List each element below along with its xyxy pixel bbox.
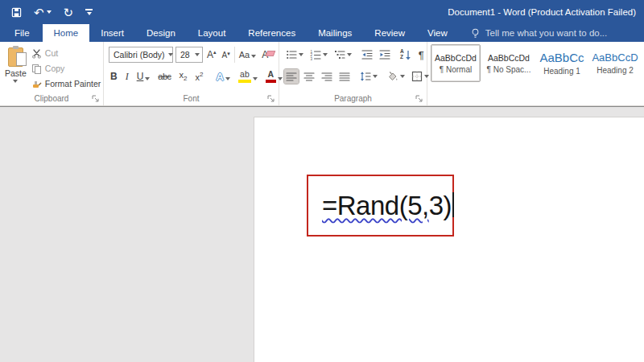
window-title: Document1 - Word (Product Activation Fai… bbox=[448, 0, 636, 24]
numbering-caret-icon[interactable] bbox=[323, 53, 328, 56]
paragraph-dialog-launcher-icon[interactable] bbox=[415, 95, 423, 103]
save-button[interactable] bbox=[11, 7, 22, 18]
grow-font-button[interactable]: A▴ bbox=[205, 48, 218, 61]
font-name-combobox[interactable]: Calibri (Body) bbox=[109, 47, 173, 63]
tell-me-box[interactable]: Tell me what you want to do... bbox=[470, 24, 608, 42]
font-group: Calibri (Body) 28 A▴ A▾ Aa bbox=[104, 42, 279, 105]
tab-layout[interactable]: Layout bbox=[187, 24, 237, 42]
clear-formatting-glyph: A bbox=[262, 49, 268, 60]
cut-button[interactable]: Cut bbox=[31, 47, 101, 60]
undo-dropdown-caret-icon[interactable] bbox=[47, 10, 52, 14]
style-normal[interactable]: AaBbCcDd ¶ Normal bbox=[431, 44, 481, 82]
redo-icon: ↻ bbox=[64, 6, 74, 19]
line-spacing-button[interactable] bbox=[358, 69, 379, 84]
shading-caret-icon[interactable] bbox=[400, 75, 405, 78]
multilevel-list-icon bbox=[334, 49, 345, 60]
change-case-button[interactable]: Aa bbox=[237, 49, 258, 60]
tab-mailings[interactable]: Mailings bbox=[307, 24, 363, 42]
document-text[interactable]: =Rand(5,3) bbox=[322, 191, 454, 221]
paste-button[interactable]: Paste bbox=[5, 45, 27, 92]
tab-home[interactable]: Home bbox=[43, 24, 90, 42]
undo-button[interactable]: ↶ bbox=[34, 6, 52, 19]
style-heading-1[interactable]: AaBbCc Heading 1 bbox=[537, 44, 587, 82]
subscript-glyph: x2 bbox=[180, 70, 188, 82]
underline-button[interactable]: U bbox=[135, 70, 152, 83]
sort-button[interactable]: A Z bbox=[398, 47, 413, 62]
copy-button[interactable]: Copy bbox=[31, 62, 101, 75]
redo-button[interactable]: ↻ bbox=[64, 6, 74, 19]
bullets-caret-icon[interactable] bbox=[299, 53, 303, 56]
tab-insert[interactable]: Insert bbox=[89, 24, 135, 42]
customize-caret-icon bbox=[87, 12, 92, 15]
justify-button[interactable] bbox=[337, 69, 352, 84]
tab-references[interactable]: References bbox=[237, 24, 307, 42]
align-center-icon bbox=[303, 71, 315, 82]
style-preview: AaBbCcDd bbox=[488, 53, 530, 63]
shrink-font-button[interactable]: A▾ bbox=[221, 50, 232, 60]
font-color-icon: A bbox=[266, 70, 276, 83]
style-preview: AaBbCcDd bbox=[435, 53, 477, 63]
numbering-icon: 1 2 3 bbox=[310, 49, 321, 60]
clipboard-dialog-launcher-icon[interactable] bbox=[92, 95, 100, 103]
decrease-indent-button[interactable] bbox=[360, 47, 374, 62]
text-effects-button[interactable]: A bbox=[215, 70, 232, 84]
separator bbox=[234, 47, 235, 63]
italic-glyph: I bbox=[126, 71, 129, 83]
tab-view[interactable]: View bbox=[416, 24, 459, 42]
copy-label: Copy bbox=[45, 64, 65, 73]
tab-design[interactable]: Design bbox=[135, 24, 187, 42]
highlight-caret-icon[interactable] bbox=[253, 77, 258, 80]
text-cursor bbox=[452, 192, 454, 217]
paragraph-group: 1 2 3 bbox=[279, 42, 427, 105]
format-painter-button[interactable]: Format Painter bbox=[31, 77, 101, 90]
font-size-combobox[interactable]: 28 bbox=[175, 47, 203, 63]
style-no-spacing[interactable]: AaBbCcDd ¶ No Spac... bbox=[484, 44, 534, 82]
multilevel-caret-icon[interactable] bbox=[347, 53, 352, 56]
align-left-button[interactable] bbox=[284, 69, 299, 84]
numbering-button[interactable]: 1 2 3 bbox=[308, 47, 329, 62]
clipboard-group-label: Clipboard bbox=[0, 93, 103, 104]
style-heading-2[interactable]: AaBbCcD Heading 2 bbox=[590, 44, 640, 82]
paste-clipboard-icon bbox=[8, 47, 23, 67]
font-dialog-launcher-icon[interactable] bbox=[267, 95, 275, 103]
document-page[interactable] bbox=[254, 117, 644, 362]
strikethrough-button[interactable]: abc bbox=[156, 71, 172, 82]
underline-caret-icon[interactable] bbox=[145, 77, 150, 80]
tab-review[interactable]: Review bbox=[363, 24, 416, 42]
style-name: ¶ No Spac... bbox=[487, 65, 531, 74]
tab-file[interactable]: File bbox=[2, 24, 43, 42]
bold-button[interactable]: B bbox=[109, 70, 119, 83]
subscript-button[interactable]: x2 bbox=[178, 69, 189, 83]
style-preview: AaBbCc bbox=[539, 51, 584, 64]
line-spacing-caret-icon[interactable] bbox=[373, 75, 378, 78]
clear-formatting-button[interactable]: A bbox=[260, 48, 270, 61]
line-spacing-icon bbox=[360, 71, 371, 82]
change-case-caret-icon bbox=[251, 55, 256, 58]
paste-dropdown-caret-icon[interactable] bbox=[13, 80, 18, 83]
shading-button[interactable] bbox=[386, 69, 407, 84]
align-right-icon bbox=[321, 71, 332, 82]
increase-indent-button[interactable] bbox=[378, 47, 392, 62]
undo-icon: ↶ bbox=[34, 6, 44, 19]
shrink-font-glyph: A bbox=[222, 51, 228, 60]
bullets-button[interactable] bbox=[284, 47, 305, 62]
superscript-button[interactable]: x2 bbox=[194, 70, 205, 83]
italic-button[interactable]: I bbox=[124, 70, 130, 84]
underline-glyph: U bbox=[137, 71, 144, 82]
align-left-icon bbox=[286, 71, 297, 82]
multilevel-list-button[interactable] bbox=[332, 47, 353, 62]
font-name-caret-icon bbox=[168, 53, 173, 56]
text-effects-caret-icon[interactable] bbox=[225, 77, 230, 80]
grow-font-arrow-icon: ▴ bbox=[213, 49, 217, 55]
word-window: ↶ ↻ Document1 - Word (Product Activation… bbox=[0, 0, 644, 362]
font-group-label: Font bbox=[104, 93, 279, 104]
text-highlight-button[interactable]: ab bbox=[237, 69, 259, 84]
bullets-icon bbox=[286, 49, 297, 60]
show-formatting-marks-button[interactable]: ¶ bbox=[416, 49, 427, 61]
style-name: Heading 1 bbox=[543, 67, 580, 76]
format-painter-icon bbox=[31, 79, 42, 89]
align-right-button[interactable] bbox=[320, 69, 334, 84]
borders-icon bbox=[411, 71, 423, 82]
customize-quick-access-toolbar-button[interactable] bbox=[85, 9, 93, 15]
align-center-button[interactable] bbox=[302, 69, 316, 84]
